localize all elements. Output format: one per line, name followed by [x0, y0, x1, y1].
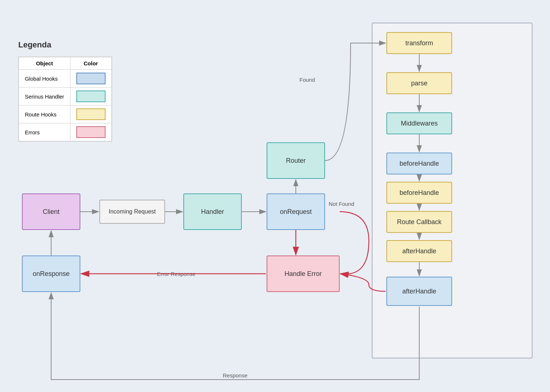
incoming-request-node: Incoming Request [99, 200, 165, 224]
handle-error-node: Handle Error [267, 255, 340, 292]
middlewares-node: Middlewares [386, 112, 452, 134]
after-handle2-node: afterHandle [386, 277, 452, 306]
handler-node: Handler [183, 193, 242, 230]
client-node: Client [22, 193, 80, 230]
on-request-node: onRequest [267, 193, 325, 230]
legend-header-color: Color [70, 57, 111, 70]
legend-color-teal [76, 91, 106, 102]
transform-node: transform [386, 32, 452, 54]
found-label: Found [299, 77, 315, 83]
legend-title: Legenda [18, 40, 51, 50]
error-response-label: Error Response [157, 271, 195, 277]
before-handle2-node: beforeHandle [386, 182, 452, 204]
response-label: Response [223, 372, 248, 378]
legend-label-global-hooks: Global Hooks [19, 70, 70, 88]
legend-row-global-hooks: Global Hooks [19, 70, 112, 88]
legend: Object Color Global Hooks Serinus Handle… [18, 57, 112, 142]
legend-header-object: Object [19, 57, 70, 70]
legend-color-blue [76, 73, 106, 84]
after-handle1-node: afterHandle [386, 240, 452, 262]
legend-color-pink [76, 126, 106, 138]
legend-label-serinus-handler: Serinus Handler [19, 88, 70, 105]
on-response-node: onResponse [22, 255, 80, 292]
legend-color-yellow [76, 108, 106, 120]
legend-label-route-hooks: Route Hooks [19, 105, 70, 123]
legend-row-serinus-handler: Serinus Handler [19, 88, 112, 105]
legend-row-errors: Errors [19, 123, 112, 141]
legend-row-route-hooks: Route Hooks [19, 105, 112, 123]
diagram: Legenda Object Color Global Hooks Serinu… [0, 0, 550, 392]
not-found-label: Not Found [329, 201, 354, 207]
legend-label-errors: Errors [19, 123, 70, 141]
parse-node: parse [386, 72, 452, 94]
before-handle1-node: beforeHandle [386, 153, 452, 174]
route-callback-node: Route Callback [386, 211, 452, 233]
router-node: Router [267, 142, 325, 179]
